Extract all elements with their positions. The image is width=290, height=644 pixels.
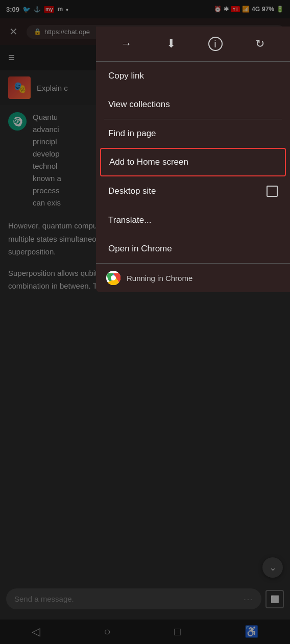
translate-item[interactable]: Translate...	[96, 206, 290, 235]
add-to-home-screen-label: Add to Home screen	[109, 157, 188, 167]
refresh-toolbar-button[interactable]: ↻	[249, 33, 271, 55]
chrome-footer: Running in Chrome	[96, 263, 290, 292]
open-in-chrome-label: Open in Chrome	[108, 244, 172, 254]
download-icon: ⬇	[166, 37, 176, 50]
desktop-site-label: Desktop site	[108, 186, 156, 196]
svg-point-2	[111, 275, 116, 280]
desktop-site-checkbox[interactable]	[267, 186, 278, 197]
info-toolbar-button[interactable]: i	[204, 33, 227, 55]
forward-icon: →	[121, 37, 132, 50]
info-icon: i	[208, 37, 223, 51]
chrome-svg-icon	[106, 271, 120, 285]
menu-toolbar: → ⬇ i ↻	[96, 27, 290, 62]
copy-link-item[interactable]: Copy link	[96, 62, 290, 90]
translate-label: Translate...	[108, 215, 151, 225]
copy-link-label: Copy link	[108, 71, 144, 81]
refresh-icon: ↻	[255, 37, 264, 50]
find-in-page-item[interactable]: Find in page	[96, 119, 290, 148]
add-to-home-screen-item[interactable]: Add to Home screen	[100, 148, 286, 176]
open-in-chrome-item[interactable]: Open in Chrome	[96, 235, 290, 263]
find-in-page-label: Find in page	[108, 128, 156, 139]
chrome-logo-icon	[106, 271, 120, 285]
view-collections-label: View collections	[108, 99, 170, 110]
view-collections-item[interactable]: View collections	[96, 90, 290, 119]
forward-toolbar-button[interactable]: →	[115, 33, 138, 55]
running-in-chrome-label: Running in Chrome	[127, 274, 192, 282]
download-toolbar-button[interactable]: ⬇	[160, 33, 182, 55]
desktop-site-item[interactable]: Desktop site	[96, 176, 290, 206]
dropdown-menu: → ⬇ i ↻ Copy link View collections Find …	[96, 27, 290, 292]
